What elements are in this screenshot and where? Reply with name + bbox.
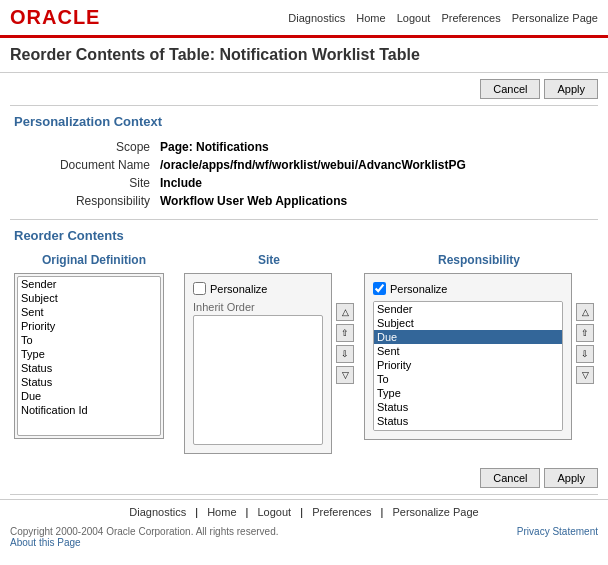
site-personalize-checkbox[interactable]	[193, 282, 206, 295]
site-move-down-button[interactable]: ⇩	[336, 345, 354, 363]
apply-button-bottom[interactable]: Apply	[544, 468, 598, 488]
footer-preferences[interactable]: Preferences	[312, 506, 371, 518]
resp-header: Responsibility	[364, 253, 594, 267]
nav-personalize[interactable]: Personalize Page	[512, 12, 598, 24]
page-title-bar: Reorder Contents of Table: Notification …	[0, 38, 608, 73]
footer-links: Diagnostics | Home | Logout | Preference…	[0, 499, 608, 524]
personalization-context-section: Personalization Context Scope Page: Noti…	[0, 106, 608, 219]
cancel-button-top[interactable]: Cancel	[480, 79, 540, 99]
columns-container: Original Definition SenderSubjectSentPri…	[14, 253, 594, 454]
orig-list[interactable]: SenderSubjectSentPriorityToTypeStatusSta…	[17, 276, 161, 436]
privacy-statement-link[interactable]: Privacy Statement	[517, 526, 598, 537]
oracle-logo: ORACLE	[10, 6, 100, 29]
site-arrows: △ ⇧ ⇩ ▽	[336, 273, 354, 384]
site-header: Site	[184, 253, 354, 267]
reorder-contents-section: Reorder Contents Original Definition Sen…	[0, 220, 608, 462]
resp-arrows: △ ⇧ ⇩ ▽	[576, 273, 594, 384]
site-list[interactable]	[193, 315, 323, 445]
cancel-button-bottom[interactable]: Cancel	[480, 468, 540, 488]
scope-label: Scope	[36, 139, 156, 155]
page-title: Reorder Contents of Table: Notification …	[10, 46, 598, 64]
responsibility-label: Responsibility	[36, 193, 156, 209]
header-nav: Diagnostics Home Logout Preferences Pers…	[280, 12, 598, 24]
doc-name-label: Document Name	[36, 157, 156, 173]
site-box: Personalize Inherit Order	[184, 273, 332, 454]
resp-list[interactable]: SenderSubjectDueSentPriorityToTypeStatus…	[373, 301, 563, 431]
original-definition-col: Original Definition SenderSubjectSentPri…	[14, 253, 174, 439]
apply-button-top[interactable]: Apply	[544, 79, 598, 99]
about-page-link[interactable]: About this Page	[10, 537, 81, 548]
footer-diagnostics[interactable]: Diagnostics	[129, 506, 186, 518]
site-inherit-label: Inherit Order	[193, 301, 323, 313]
site-personalize-check: Personalize	[193, 282, 323, 295]
nav-logout[interactable]: Logout	[397, 12, 431, 24]
nav-home[interactable]: Home	[356, 12, 385, 24]
footer-personalize[interactable]: Personalize Page	[392, 506, 478, 518]
site-personalize-label: Personalize	[210, 283, 267, 295]
footer-home[interactable]: Home	[207, 506, 236, 518]
resp-box: Personalize SenderSubjectDueSentPriority…	[364, 273, 572, 440]
personalization-context-title: Personalization Context	[14, 114, 594, 129]
footer-copy: Copyright 2000-2004 Oracle Corporation. …	[0, 524, 608, 550]
responsibility-col: Responsibility Personalize SenderSubject…	[364, 253, 594, 440]
resp-personalize-checkbox[interactable]	[373, 282, 386, 295]
resp-personalize-check: Personalize	[373, 282, 563, 295]
resp-move-top-button[interactable]: △	[576, 303, 594, 321]
site-move-bottom-button[interactable]: ▽	[336, 366, 354, 384]
resp-move-bottom-button[interactable]: ▽	[576, 366, 594, 384]
site-value: Include	[158, 175, 468, 191]
copyright-text: Copyright 2000-2004 Oracle Corporation. …	[10, 526, 278, 537]
site-col: Site Personalize Inherit Order △ ⇧ ⇩ ▽	[184, 253, 354, 454]
doc-name-value: /oracle/apps/fnd/wf/worklist/webui/Advan…	[158, 157, 468, 173]
site-move-top-button[interactable]: △	[336, 303, 354, 321]
orig-header: Original Definition	[14, 253, 174, 267]
resp-personalize-label: Personalize	[390, 283, 447, 295]
resp-move-up-button[interactable]: ⇧	[576, 324, 594, 342]
reorder-contents-title: Reorder Contents	[14, 228, 594, 243]
orig-box: SenderSubjectSentPriorityToTypeStatusSta…	[14, 273, 164, 439]
nav-preferences[interactable]: Preferences	[441, 12, 500, 24]
site-move-up-button[interactable]: ⇧	[336, 324, 354, 342]
action-bar-bottom: Cancel Apply	[0, 462, 608, 494]
action-bar-top: Cancel Apply	[0, 73, 608, 105]
site-label: Site	[36, 175, 156, 191]
footer-logout[interactable]: Logout	[258, 506, 292, 518]
resp-move-down-button[interactable]: ⇩	[576, 345, 594, 363]
header: ORACLE Diagnostics Home Logout Preferenc…	[0, 0, 608, 38]
scope-value: Page: Notifications	[158, 139, 468, 155]
responsibility-value: Workflow User Web Applications	[158, 193, 468, 209]
nav-diagnostics[interactable]: Diagnostics	[288, 12, 345, 24]
context-table: Scope Page: Notifications Document Name …	[34, 137, 470, 211]
